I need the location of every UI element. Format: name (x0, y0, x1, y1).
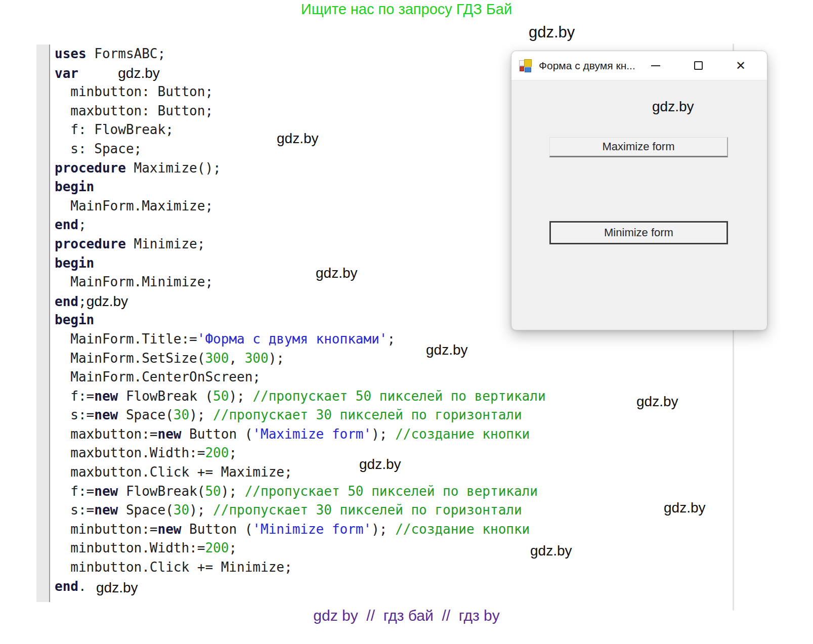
gdz-watermark: gdz.by (652, 99, 694, 115)
page: Ищите нас по запросу ГДЗ Бай uses FormsA… (0, 0, 813, 644)
code-line: end. (55, 577, 733, 596)
window-titlebar[interactable]: Форма с двумя кн... ✕ (511, 51, 767, 80)
code-line: MainForm.SetSize(300, 300); (55, 349, 733, 368)
footer-text: gdz by // гдз бай // гдз by (0, 607, 813, 624)
gdz-watermark: gdz.by (529, 23, 575, 41)
gdz-watermark: gdz.by (664, 500, 706, 516)
code-line: f:=new FlowBreak (50); //пропускает 50 п… (55, 387, 733, 406)
minimize-form-button[interactable]: Minimize form (549, 221, 728, 244)
maximize-form-button[interactable]: Maximize form (549, 137, 728, 157)
maximize-button[interactable] (677, 55, 719, 77)
minimize-icon (651, 65, 660, 66)
gdz-watermark: gdz.by (316, 265, 358, 281)
code-line: minbutton.Click += Minimize; (55, 558, 733, 577)
editor-gutter (36, 45, 50, 602)
gdz-watermark: gdz.by (636, 394, 678, 410)
close-button[interactable]: ✕ (719, 55, 762, 77)
code-line: f:=new FlowBreak(50); //пропускает 50 пи… (55, 482, 733, 501)
gdz-watermark: gdz.by (96, 580, 138, 596)
gdz-watermark: gdz.by (277, 131, 319, 147)
code-line: minbutton.Width:=200; (55, 539, 733, 558)
maximize-icon (694, 61, 703, 70)
promo-header-text: Ищите нас по запросу ГДЗ Бай (0, 0, 813, 18)
code-line: MainForm.CenterOnScreen; (55, 368, 733, 387)
window-title: Форма с двумя кн... (539, 60, 634, 72)
code-line: minbutton:=new Button ('Minimize form');… (55, 520, 733, 539)
gdz-watermark: gdz.by (426, 342, 468, 358)
code-line: MainForm.Title:='Форма с двумя кнопками'… (55, 330, 733, 349)
code-line: s:=new Space(30); //пропускает 30 пиксел… (55, 501, 733, 520)
winforms-app-icon (519, 59, 533, 73)
gdz-watermark: gdz.by (530, 543, 572, 559)
code-line: s:=new Space(30); //пропускает 30 пиксел… (55, 406, 733, 425)
gdz-watermark: gdz.by (359, 456, 401, 473)
form-window: Форма с двумя кн... ✕ gdz.by Maximize fo… (511, 51, 767, 330)
close-icon: ✕ (736, 60, 746, 72)
minimize-button[interactable] (634, 55, 677, 77)
code-line: maxbutton:=new Button ('Maximize form');… (55, 425, 733, 444)
